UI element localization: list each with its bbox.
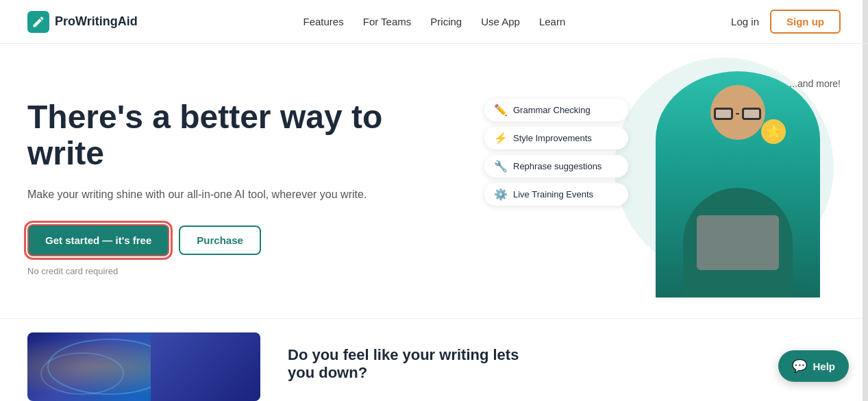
logo-text: ProWritingAid <box>55 14 138 29</box>
nav-actions: Log in Sign up <box>731 10 841 34</box>
nav-learn[interactable]: Learn <box>539 16 565 27</box>
bottom-question: Do you feel like your writing lets you d… <box>288 346 548 382</box>
and-more-label: ...and more! <box>789 78 841 89</box>
nav-use-app[interactable]: Use App <box>481 16 520 27</box>
no-credit-card-text: No credit card required <box>27 266 384 276</box>
logo-icon <box>27 11 49 33</box>
hero-buttons: Get started — it's free Purchase <box>27 224 384 256</box>
star-badge: ⭐ <box>761 119 786 144</box>
grammar-icon: ✏️ <box>494 104 508 117</box>
nav-features[interactable]: Features <box>303 16 344 27</box>
pill-training-label: Live Training Events <box>513 189 593 199</box>
pill-grammar-label: Grammar Checking <box>513 105 591 115</box>
nav-links: Features For Teams Pricing Use App Learn <box>303 16 566 27</box>
bottom-right: Do you feel like your writing lets you d… <box>288 332 548 382</box>
pill-grammar: ✏️ Grammar Checking <box>484 99 628 121</box>
hero-left: There's a better way to write Make your … <box>27 99 384 276</box>
chat-icon: 💬 <box>792 359 807 374</box>
bottom-image-panel2 <box>151 332 260 401</box>
hero-section: There's a better way to write Make your … <box>0 44 868 318</box>
nav-for-teams[interactable]: For Teams <box>363 16 412 27</box>
bottom-section: Do you feel like your writing lets you d… <box>0 318 868 401</box>
scrollbar[interactable] <box>863 0 868 401</box>
bottom-image <box>27 332 260 401</box>
logo-svg <box>32 15 45 29</box>
navbar: ProWritingAid Features For Teams Pricing… <box>0 0 868 44</box>
person-silhouette <box>656 71 820 297</box>
rephrase-icon: 🔧 <box>494 160 508 173</box>
training-icon: ⚙️ <box>494 188 508 201</box>
get-started-button[interactable]: Get started — it's free <box>27 224 169 256</box>
purchase-button[interactable]: Purchase <box>179 226 261 255</box>
style-icon: ⚡ <box>494 132 508 145</box>
help-button[interactable]: 💬 Help <box>778 350 849 382</box>
signup-button[interactable]: Sign up <box>770 10 841 34</box>
pill-style: ⚡ Style Improvements <box>484 127 628 149</box>
logo[interactable]: ProWritingAid <box>27 11 138 33</box>
hero-subtitle: Make your writing shine with our all-in-… <box>27 186 384 204</box>
pill-training: ⚙️ Live Training Events <box>484 183 628 206</box>
hero-title: There's a better way to write <box>27 99 384 172</box>
pill-rephrase-label: Rephrase suggestions <box>513 161 602 171</box>
hero-right: ...and more! ⭐ ✏️ <box>484 71 841 304</box>
login-link[interactable]: Log in <box>731 16 759 27</box>
help-label: Help <box>813 361 835 372</box>
feature-pills: ✏️ Grammar Checking ⚡ Style Improvements… <box>484 99 628 206</box>
pill-rephrase: 🔧 Rephrase suggestions <box>484 155 628 178</box>
nav-pricing[interactable]: Pricing <box>430 16 462 27</box>
pill-style-label: Style Improvements <box>513 133 592 143</box>
